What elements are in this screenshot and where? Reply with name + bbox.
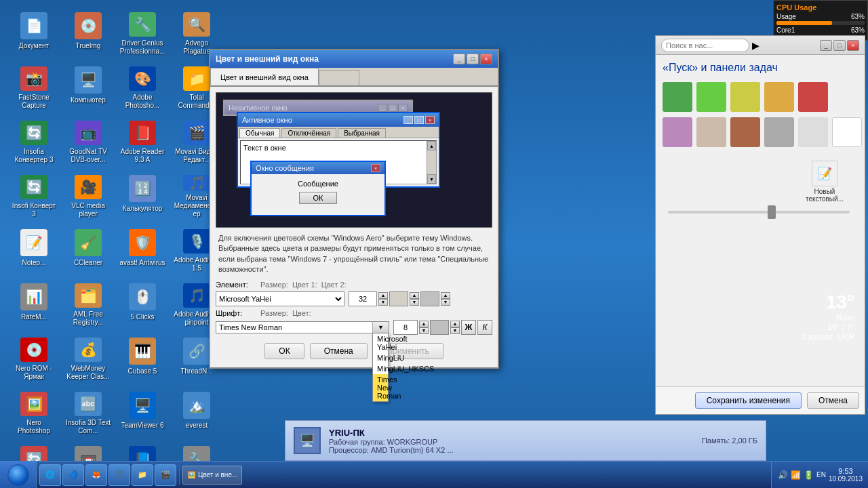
desktop-icon-cubase[interactable]: 🎹 Сubase 5: [115, 332, 170, 386]
scroll-up[interactable]: ▲: [427, 141, 436, 150]
pc-name: YRIU-ПК: [329, 428, 454, 438]
font-color-down[interactable]: ▼: [450, 327, 460, 334]
font-size-box[interactable]: 8: [393, 320, 418, 335]
panel-nav-forward-icon[interactable]: ▶: [752, 40, 760, 51]
desktop-icon-calc[interactable]: 🔢 Калькулятор: [115, 169, 170, 224]
desktop-icon-document[interactable]: 📄 Документ: [7, 7, 61, 61]
desktop-icon-5clicks[interactable]: 🖱️ 5 Clicks: [115, 278, 170, 332]
font-color-up[interactable]: ▲: [450, 321, 460, 327]
desktop-icon-insofi2[interactable]: 🔄 Insofi Конверт 3: [7, 169, 61, 224]
desktop-icon-avast[interactable]: 🛡️ avast! Antivirus: [115, 224, 170, 278]
color-swatch-purple[interactable]: [663, 117, 692, 147]
dialog-minimize-btn[interactable]: _: [453, 54, 465, 64]
desktop-icon-vlc[interactable]: 🎥 VLC media player: [61, 169, 115, 224]
size-box[interactable]: 32: [349, 291, 377, 306]
color-appearance-dialog: Цвет и внешний вид окна _ □ × Цвет и вне…: [209, 49, 499, 369]
taskbar-item-folder[interactable]: 📁: [132, 464, 153, 486]
msg-close-btn: ×: [371, 164, 380, 172]
panel-minimize-btn[interactable]: _: [820, 40, 832, 51]
desktop-icon-reader[interactable]: 📕 Adobe Reader 9.3 A: [115, 115, 170, 169]
desktop-icon-ratem[interactable]: 📊 RateM...: [7, 278, 61, 332]
taskbar-color-dialog[interactable]: 🖼️ Цвет и вне...: [182, 466, 242, 485]
ok-btn[interactable]: ОК: [264, 343, 304, 359]
element-label: Элемент:: [216, 281, 256, 289]
save-changes-btn[interactable]: Сохранить изменения: [695, 392, 802, 409]
msg-ok-btn[interactable]: ОК: [299, 192, 338, 204]
desktop-icon-teamviewer6[interactable]: 🖥️ TeamViewer 6: [115, 386, 170, 441]
font-color-picker[interactable]: [430, 320, 449, 335]
color-swatch-green-dark[interactable]: [663, 82, 692, 112]
font-input[interactable]: [216, 322, 372, 333]
dialog-maximize-btn[interactable]: □: [467, 54, 479, 64]
desktop-icon-faststone[interactable]: 📸 FastStone Capture: [7, 61, 61, 115]
new-text-icon[interactable]: 📝 Новыйтекстовый...: [791, 161, 858, 203]
color1-up[interactable]: ▲: [410, 292, 419, 299]
color1-down[interactable]: ▼: [410, 299, 419, 306]
tray-sound-icon[interactable]: 📶: [790, 470, 801, 481]
cancel-btn[interactable]: Отмена: [807, 392, 859, 409]
pc-info-strip: 🖥️ YRIU-ПК Рабочая группа: WORKGROUP Про…: [285, 420, 766, 461]
color-swatch-white[interactable]: [832, 117, 862, 147]
desktop-icon-aml[interactable]: 🗂️ AML Free Registry...: [61, 278, 115, 332]
font-option-mingliu[interactable]: MingLiU: [373, 352, 388, 363]
tray-network-icon[interactable]: 🔊: [777, 470, 788, 481]
color-swatch-beige[interactable]: [696, 117, 726, 147]
italic-btn[interactable]: К: [477, 320, 492, 335]
color2-up[interactable]: ▲: [441, 292, 450, 299]
desktop-icon-ccleaner[interactable]: 🧹 CCleaner: [61, 224, 115, 278]
vlc-icon: 🎬: [161, 470, 170, 479]
firefox-icon: 🦊: [92, 470, 101, 479]
dialog-tab-color[interactable]: Цвет и внешний вид окна: [210, 68, 319, 85]
color2-down[interactable]: ▼: [441, 299, 450, 306]
desktop-icon-goodnat[interactable]: 📺 GoodNat TV DVB-over...: [61, 115, 115, 169]
taskbar-item-vlc[interactable]: 🎬: [155, 464, 176, 486]
taskbar-item-firefox[interactable]: 🦊: [85, 464, 107, 486]
desktop-icon-computer[interactable]: 🖥️ Компьютер: [61, 61, 115, 115]
dialog-close-btn[interactable]: ×: [480, 54, 492, 64]
font-option-ms-yahei[interactable]: Microsoft YaHei: [373, 333, 388, 352]
color-swatch-light[interactable]: [798, 117, 828, 147]
desktop-icon-nero-ps[interactable]: 🖼️ Nero Photoshop: [7, 386, 61, 441]
desktop-icon-webmoney[interactable]: 💰 WebMoney Keeper Clas...: [61, 332, 115, 386]
font-option-mingliu-hkscs[interactable]: MingLiU_HKSCS: [373, 363, 388, 374]
color-slider[interactable]: [668, 211, 850, 214]
color-swatch-green[interactable]: [696, 82, 726, 112]
color-swatch-yellow[interactable]: [730, 82, 760, 112]
desktop-icon-driver-genius[interactable]: 🔧 Driver Genius Professionna...: [115, 7, 170, 61]
scrollbar[interactable]: ▲ ▼: [427, 141, 436, 184]
cancel-btn-dialog[interactable]: Отмена: [310, 343, 368, 359]
scroll-down[interactable]: ▼: [427, 174, 436, 184]
dialog-tab-empty[interactable]: [319, 70, 359, 85]
color-swatch-gray[interactable]: [764, 117, 794, 147]
desktop-icon-insofia-3d[interactable]: 🔤 Insofia 3D Text Com...: [61, 386, 115, 441]
font-size-down[interactable]: ▼: [419, 327, 429, 334]
tray-battery-icon[interactable]: 🔋: [803, 470, 814, 481]
pc-workgroup: Рабочая группа: WORKGROUP: [329, 438, 454, 446]
color2-picker[interactable]: [420, 291, 439, 306]
font-list: Microsoft YaHei MingLiU MingLiU_HKSCS Ti…: [372, 333, 389, 402]
panel-maximize-btn[interactable]: □: [833, 40, 846, 51]
color1-picker[interactable]: [389, 291, 408, 306]
element-select[interactable]: Microsoft YaHei MingLiU MingLiU_HKSCS Ti…: [216, 291, 344, 306]
size-up[interactable]: ▲: [378, 292, 388, 299]
font-dropdown-btn[interactable]: ▼ Microsoft YaHei MingLiU MingLiU_HKSCS …: [372, 322, 389, 333]
desktop-icon-everest[interactable]: 🏔️ everest: [170, 386, 224, 441]
color-swatch-brown[interactable]: [730, 117, 760, 147]
taskbar-item-media[interactable]: 🎵: [108, 464, 130, 486]
taskbar-item-ie[interactable]: 🔵: [62, 464, 84, 486]
desktop-icon-trueimg[interactable]: 💿 TrueImg: [61, 7, 115, 61]
desktop-icon-insofia[interactable]: 🔄 Insofia Конвертер 3: [7, 115, 61, 169]
color-swatch-orange[interactable]: [764, 82, 794, 112]
font-option-times[interactable]: Times New Roman: [373, 374, 388, 401]
color-swatch-red[interactable]: [798, 82, 828, 112]
start-button[interactable]: [0, 462, 37, 489]
taskbar-item-explorer[interactable]: 🌐: [39, 464, 61, 486]
panel-search-input[interactable]: [661, 39, 749, 52]
font-size-up[interactable]: ▲: [419, 321, 429, 327]
panel-close-btn[interactable]: ×: [847, 40, 859, 51]
bold-btn[interactable]: Ж: [461, 320, 476, 335]
size-down[interactable]: ▼: [378, 299, 388, 306]
desktop-icon-notepad[interactable]: 📝 Notep...: [7, 224, 61, 278]
desktop-icon-photoshop[interactable]: 🎨 Adobe Photosho...: [115, 61, 170, 115]
desktop-icon-nero[interactable]: 💿 Nero ROM - Ярмак: [7, 332, 61, 386]
